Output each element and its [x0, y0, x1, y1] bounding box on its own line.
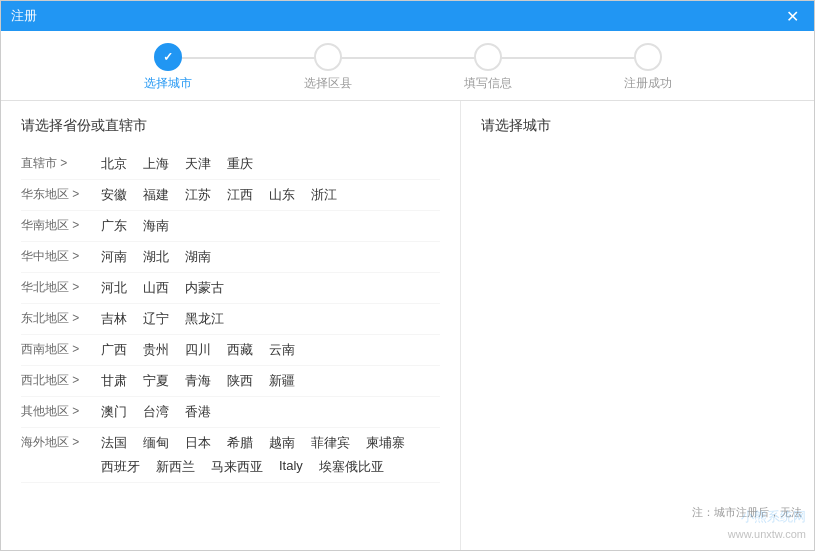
city-link[interactable]: 西班牙	[93, 456, 148, 478]
city-link[interactable]: 湖北	[135, 246, 177, 268]
step-1-checkmark	[163, 50, 173, 64]
region-name: 华北地区 >	[21, 277, 93, 296]
step-2-circle	[314, 43, 342, 71]
region-name: 直辖市 >	[21, 153, 93, 172]
city-link[interactable]: 希腊	[219, 432, 261, 454]
city-link[interactable]: 河北	[93, 277, 135, 299]
city-link[interactable]: 广东	[93, 215, 135, 237]
close-button[interactable]: ✕	[780, 4, 804, 28]
region-row: 其他地区 >澳门台湾香港	[21, 397, 440, 428]
city-link[interactable]: 安徽	[93, 184, 135, 206]
region-name: 西北地区 >	[21, 370, 93, 389]
city-link[interactable]: 澳门	[93, 401, 135, 423]
city-link[interactable]: 新疆	[261, 370, 303, 392]
region-row: 华中地区 >河南湖北湖南	[21, 242, 440, 273]
region-name: 东北地区 >	[21, 308, 93, 327]
city-link[interactable]: 缅甸	[135, 432, 177, 454]
region-cities: 广东海南	[93, 215, 177, 237]
step-1: 选择城市	[88, 43, 248, 92]
city-link[interactable]: 宁夏	[135, 370, 177, 392]
city-link[interactable]: 日本	[177, 432, 219, 454]
city-link[interactable]: 重庆	[219, 153, 261, 175]
watermark-logo: 小熊系统网	[728, 508, 806, 526]
city-link[interactable]: 埃塞俄比亚	[311, 456, 392, 478]
city-link[interactable]: 青海	[177, 370, 219, 392]
city-link[interactable]: 江苏	[177, 184, 219, 206]
city-link[interactable]: 浙江	[303, 184, 345, 206]
region-cities: 澳门台湾香港	[93, 401, 219, 423]
city-link[interactable]: 江西	[219, 184, 261, 206]
right-panel: 请选择城市 注：城市注册后，无法 小熊系统网 www.unxtw.com	[461, 101, 814, 550]
region-name: 西南地区 >	[21, 339, 93, 358]
region-name: 海外地区 >	[21, 432, 93, 451]
region-row: 直辖市 >北京上海天津重庆	[21, 149, 440, 180]
city-link[interactable]: 四川	[177, 339, 219, 361]
region-cities: 河南湖北湖南	[93, 246, 219, 268]
step-2-label: 选择区县	[304, 75, 352, 92]
region-cities: 甘肃宁夏青海陕西新疆	[93, 370, 303, 392]
region-row: 西北地区 >甘肃宁夏青海陕西新疆	[21, 366, 440, 397]
city-link[interactable]: 河南	[93, 246, 135, 268]
region-name: 华南地区 >	[21, 215, 93, 234]
region-cities: 法国缅甸日本希腊越南菲律宾柬埔寨西班牙新西兰马来西亚Italy埃塞俄比亚	[93, 432, 440, 478]
left-panel-title: 请选择省份或直辖市	[21, 117, 440, 135]
step-1-circle	[154, 43, 182, 71]
steps-bar: 选择城市 选择区县 填写信息 注册成功	[1, 31, 814, 101]
city-link[interactable]: 北京	[93, 153, 135, 175]
region-list: 直辖市 >北京上海天津重庆华东地区 >安徽福建江苏江西山东浙江华南地区 >广东海…	[21, 149, 440, 483]
registration-window: 注册 ✕ 选择城市 选择区县 填写信息 注册成功	[0, 0, 815, 551]
region-cities: 广西贵州四川西藏云南	[93, 339, 303, 361]
city-link[interactable]: 贵州	[135, 339, 177, 361]
city-link[interactable]: 陕西	[219, 370, 261, 392]
step-3: 填写信息	[408, 43, 568, 92]
right-panel-title: 请选择城市	[481, 117, 794, 135]
window-title: 注册	[11, 7, 780, 25]
city-link[interactable]: 台湾	[135, 401, 177, 423]
step-3-circle	[474, 43, 502, 71]
city-link[interactable]: 越南	[261, 432, 303, 454]
region-cities: 安徽福建江苏江西山东浙江	[93, 184, 345, 206]
steps-container: 选择城市 选择区县 填写信息 注册成功	[88, 43, 728, 92]
city-link[interactable]: 黑龙江	[177, 308, 232, 330]
city-link[interactable]: 法国	[93, 432, 135, 454]
step-3-label: 填写信息	[464, 75, 512, 92]
city-link[interactable]: 菲律宾	[303, 432, 358, 454]
city-link[interactable]: 新西兰	[148, 456, 203, 478]
city-link[interactable]: 辽宁	[135, 308, 177, 330]
city-link[interactable]: 柬埔寨	[358, 432, 413, 454]
region-row: 西南地区 >广西贵州四川西藏云南	[21, 335, 440, 366]
watermark: 小熊系统网 www.unxtw.com	[728, 508, 806, 542]
city-link[interactable]: 山西	[135, 277, 177, 299]
city-link[interactable]: 海南	[135, 215, 177, 237]
city-link[interactable]: 云南	[261, 339, 303, 361]
left-panel: 请选择省份或直辖市 直辖市 >北京上海天津重庆华东地区 >安徽福建江苏江西山东浙…	[1, 101, 461, 550]
city-link[interactable]: 上海	[135, 153, 177, 175]
content-area: 请选择省份或直辖市 直辖市 >北京上海天津重庆华东地区 >安徽福建江苏江西山东浙…	[1, 101, 814, 550]
city-link[interactable]: 湖南	[177, 246, 219, 268]
city-link[interactable]: 福建	[135, 184, 177, 206]
region-name: 华中地区 >	[21, 246, 93, 265]
step-4: 注册成功	[568, 43, 728, 92]
city-link[interactable]: 吉林	[93, 308, 135, 330]
region-name: 华东地区 >	[21, 184, 93, 203]
watermark-url: www.unxtw.com	[728, 527, 806, 542]
region-cities: 北京上海天津重庆	[93, 153, 261, 175]
city-link[interactable]: 马来西亚	[203, 456, 271, 478]
city-link[interactable]: 山东	[261, 184, 303, 206]
city-link[interactable]: 内蒙古	[177, 277, 232, 299]
step-4-label: 注册成功	[624, 75, 672, 92]
region-name: 其他地区 >	[21, 401, 93, 420]
step-4-circle	[634, 43, 662, 71]
region-row: 华北地区 >河北山西内蒙古	[21, 273, 440, 304]
region-row: 华东地区 >安徽福建江苏江西山东浙江	[21, 180, 440, 211]
city-link[interactable]: 西藏	[219, 339, 261, 361]
city-link[interactable]: 香港	[177, 401, 219, 423]
region-cities: 河北山西内蒙古	[93, 277, 232, 299]
step-2: 选择区县	[248, 43, 408, 92]
city-link[interactable]: 广西	[93, 339, 135, 361]
city-link[interactable]: 天津	[177, 153, 219, 175]
city-link[interactable]: Italy	[271, 456, 311, 478]
region-cities: 吉林辽宁黑龙江	[93, 308, 232, 330]
step-1-label: 选择城市	[144, 75, 192, 92]
city-link[interactable]: 甘肃	[93, 370, 135, 392]
